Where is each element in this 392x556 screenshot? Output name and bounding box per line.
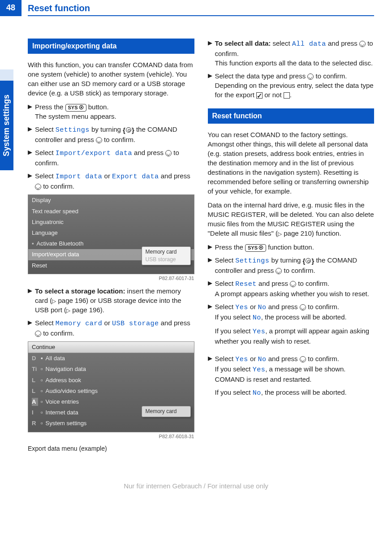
ui-memory-card: Memory card — [56, 320, 103, 328]
ui-settings: Settings — [56, 126, 90, 134]
step-marker-icon: ▶ — [28, 102, 32, 112]
section-reset: Reset function — [208, 108, 375, 124]
step-select-memory-usb: ▶ Select Memory card or USB storage and … — [28, 318, 194, 338]
step-press-sys-2: ▶ Press the SYS⦿ function button. — [208, 242, 375, 252]
ss-row: D▪All data — [28, 353, 194, 364]
ui-importexport: Import/export data — [56, 150, 132, 157]
step-marker-icon: ▶ — [208, 354, 212, 363]
ui-usb-storage: USB storage — [112, 320, 159, 328]
ui-all-data: All data — [292, 40, 326, 48]
side-tab: System settings — [0, 81, 13, 170]
screenshot-2-caption: Export data menu (example) — [28, 444, 194, 453]
press-icon — [96, 137, 102, 143]
right-column: ▶ To select all data: select All data an… — [208, 39, 375, 459]
page-title: Reset function — [22, 0, 90, 16]
step-marker-icon: ▶ — [208, 242, 212, 252]
step-select-datatype: ▶ Select the data type and press to conf… — [208, 71, 375, 99]
turn-knob-icon: {} — [303, 256, 314, 266]
step-storage-location: ▶ To select a storage location: insert t… — [28, 286, 194, 315]
step-marker-icon: ▶ — [208, 71, 212, 81]
ss-row: Display — [28, 195, 194, 206]
screenshot-1: Display Text reader speed Linguatronic L… — [28, 194, 194, 274]
step-marker-icon: ▶ — [208, 39, 212, 48]
ss-header: Continue — [28, 342, 194, 353]
step-select-importexport: ▶ Select Import/export data and press to… — [28, 148, 194, 168]
ss-row: R▫System settings — [28, 418, 194, 429]
press-icon — [276, 268, 282, 274]
step-marker-icon: ▶ — [28, 318, 32, 328]
ss-row: L▫Audio/video settings — [28, 386, 194, 397]
step-select-import-or-export: ▶ Select Import data or Export data and … — [28, 171, 194, 191]
side-tab-marker — [0, 69, 13, 81]
press-icon — [35, 331, 41, 337]
ui-reset: Reset — [235, 280, 257, 288]
press-icon — [35, 184, 41, 190]
ss-row: L▫Address book — [28, 375, 194, 386]
ss-row: Language — [28, 228, 194, 238]
ui-settings: Settings — [235, 257, 269, 265]
reset-paragraph-2: Data on the internal hard drive, e.g. mu… — [208, 200, 375, 238]
ui-no: No — [258, 356, 267, 363]
triangle-ref-icon: ▷ — [66, 307, 70, 314]
ui-import-data: Import data — [56, 173, 103, 181]
ui-no: No — [258, 304, 267, 311]
step-select-reset: ▶ Select Reset and press to confirm. A p… — [208, 279, 375, 298]
step-marker-icon: ▶ — [28, 286, 32, 296]
ss-side-label: Memory card — [142, 406, 191, 417]
left-column: Importing/exporting data With this funct… — [28, 39, 194, 459]
triangle-ref-icon: ▷ — [52, 298, 56, 304]
checkbox-checked-icon — [256, 92, 263, 99]
image-code-2: P82.87-6018-31 — [28, 433, 194, 440]
ui-yes: Yes — [235, 356, 248, 363]
reset-paragraph-1: You can reset COMAND to the factory sett… — [208, 130, 375, 196]
step-marker-icon: ▶ — [28, 125, 32, 134]
press-icon — [359, 41, 366, 47]
turn-knob-icon: {} — [123, 125, 134, 135]
step-marker-icon: ▶ — [208, 302, 212, 311]
step-select-settings: ▶ Select Settings by turning {} the COMA… — [28, 125, 194, 144]
step-marker-icon: ▶ — [28, 148, 32, 157]
step-marker-icon: ▶ — [28, 171, 32, 181]
press-icon — [165, 150, 172, 156]
triangle-ref-icon: ▷ — [278, 231, 282, 237]
sys-button-icon: SYS⦿ — [65, 104, 86, 112]
image-code-1: P82.87-6017-31 — [28, 275, 194, 282]
page-number: 48 — [0, 0, 22, 16]
page-header: 48 Reset function — [0, 0, 392, 16]
step-select-settings-2: ▶ Select Settings by turning {} the COMA… — [208, 255, 375, 275]
ss-row: Linguatronic — [28, 217, 194, 228]
content-area: Importing/exporting data With this funct… — [0, 16, 392, 468]
ss-row: Ti▫Navigation data — [28, 364, 194, 375]
ui-yes: Yes — [235, 304, 248, 311]
step-marker-icon: ▶ — [208, 255, 212, 265]
ss-popup: Memory card USB storage — [142, 246, 191, 265]
ui-export-data: Export data — [112, 173, 159, 181]
step-yes-no-2: ▶ Select Yes or No and press to confirm.… — [208, 354, 375, 402]
footer-watermark: Nur für internen Gebrauch / For internal… — [0, 481, 392, 491]
sys-button-icon: SYS⦿ — [245, 244, 266, 252]
ss-row: Text reader speed — [28, 206, 194, 217]
step-marker-icon: ▶ — [208, 279, 212, 288]
checkbox-empty-icon — [284, 92, 290, 99]
press-icon — [290, 281, 296, 287]
intro-paragraph: With this function, you can transfer COM… — [28, 60, 194, 98]
section-importing: Importing/exporting data — [28, 39, 194, 54]
press-icon — [300, 356, 306, 362]
press-icon — [300, 304, 306, 310]
step-select-all-data: ▶ To select all data: select All data an… — [208, 39, 375, 68]
press-icon — [307, 73, 314, 80]
screenshot-2: Continue D▪All data Ti▫Navigation data L… — [28, 341, 194, 432]
step-yes-no-1: ▶ Select Yes or No and press to confirm.… — [208, 302, 375, 350]
step-press-sys: ▶ Press the SYS⦿ button. The system menu… — [28, 102, 194, 121]
